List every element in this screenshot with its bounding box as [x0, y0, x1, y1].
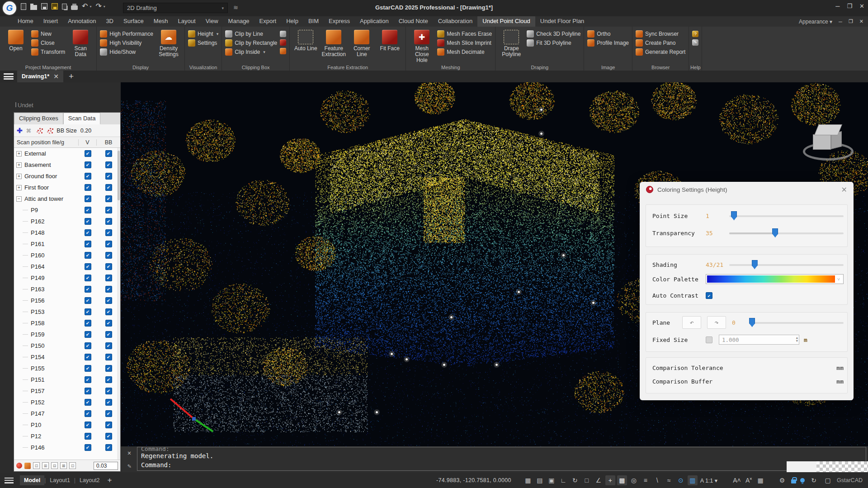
- bounding-box-checkbox[interactable]: ✔: [105, 229, 112, 236]
- snap-mode-icon[interactable]: ▣: [547, 475, 557, 485]
- bounding-box-checkbox[interactable]: ✔: [105, 150, 112, 157]
- tab-layout1[interactable]: Layout1: [46, 475, 74, 485]
- expand-icon[interactable]: +: [16, 174, 22, 179]
- visibility-checkbox[interactable]: ✔: [85, 252, 91, 259]
- bounding-box-checkbox[interactable]: ✔: [105, 195, 112, 202]
- scan-position-marker[interactable]: [390, 352, 394, 356]
- command-input-area[interactable]: Command: Regenerating model. Command:: [137, 447, 866, 471]
- tree-row-p9[interactable]: P9✔✔: [14, 204, 120, 216]
- pin-icon[interactable]: [16, 463, 22, 469]
- tree-row-p159[interactable]: P159✔✔: [14, 329, 120, 340]
- tree-row-p148[interactable]: P148✔✔: [14, 227, 120, 238]
- annotation-view-icon[interactable]: A˟: [744, 475, 754, 485]
- button-profile-image[interactable]: Profile Image: [587, 39, 629, 47]
- bounding-box-checkbox[interactable]: ✔: [105, 365, 112, 372]
- bounding-box-checkbox[interactable]: ✔: [105, 297, 112, 304]
- tree-row-p158[interactable]: P158✔✔: [14, 317, 120, 329]
- button-sync-browser[interactable]: Sync Browser: [636, 30, 685, 38]
- tree-row-p157[interactable]: P157✔✔: [14, 385, 120, 397]
- clean-screen-icon[interactable]: ▢: [823, 475, 833, 485]
- ribbon-close-icon[interactable]: ✕: [859, 19, 863, 24]
- help-icon[interactable]: ?: [692, 31, 698, 37]
- tree-row-p153[interactable]: P153✔✔: [14, 306, 120, 317]
- view-option-4-icon[interactable]: ⊠: [60, 462, 67, 469]
- button-mesh-slice-imprint[interactable]: Mesh Slice Imprint: [437, 39, 492, 47]
- plane-rotate-right-button[interactable]: ↷: [707, 316, 726, 329]
- tree-row-p156[interactable]: P156✔✔: [14, 295, 120, 306]
- visibility-checkbox[interactable]: ✔: [85, 320, 91, 327]
- new-tab-button[interactable]: +: [69, 71, 74, 81]
- command-close-icon[interactable]: ✕: [127, 449, 131, 456]
- button-density-settings[interactable]: ☁Density Settings: [156, 29, 181, 57]
- menu-insert[interactable]: Insert: [38, 16, 63, 27]
- bounding-box-checkbox[interactable]: ✔: [105, 161, 112, 168]
- column-visibility[interactable]: V: [79, 139, 97, 146]
- menu-view[interactable]: View: [201, 16, 223, 27]
- menu-express[interactable]: Express: [324, 16, 355, 27]
- bounding-box-checkbox[interactable]: ✔: [105, 388, 112, 394]
- menu-undet-point-cloud[interactable]: Undet Point Cloud: [477, 16, 535, 27]
- tree-row-p155[interactable]: P155✔✔: [14, 363, 120, 374]
- visibility-checkbox[interactable]: ✔: [85, 184, 91, 191]
- tab-model[interactable]: Model: [20, 475, 44, 485]
- visibility-checkbox[interactable]: ✔: [85, 150, 91, 157]
- button-feature-extraction[interactable]: Feature Extraction: [321, 29, 346, 57]
- button-high-performance[interactable]: High Performance: [100, 30, 153, 38]
- snap-grid-icon[interactable]: ▤: [535, 475, 545, 485]
- bounding-box-checkbox[interactable]: ✔: [105, 331, 112, 338]
- bounding-box-checkbox[interactable]: ✔: [105, 184, 112, 191]
- tree-row-p152[interactable]: P152✔✔: [14, 397, 120, 408]
- button-open[interactable]: Open: [3, 29, 28, 52]
- visibility-checkbox[interactable]: ✔: [85, 241, 91, 247]
- feedback-icon[interactable]: ✎: [692, 39, 698, 46]
- column-bb[interactable]: BB: [97, 139, 120, 146]
- zoom-tool-icon[interactable]: ⊙: [676, 475, 686, 485]
- tree-row-p151[interactable]: P151✔✔: [14, 374, 120, 385]
- appearance-menu[interactable]: Appearance ▾: [799, 19, 832, 25]
- button-clip-by-rectangle[interactable]: Clip by Rectangle: [225, 39, 277, 47]
- workspace-extra-icon[interactable]: ≋: [233, 4, 238, 11]
- expand-icon[interactable]: +: [16, 151, 22, 156]
- tree-row-p164[interactable]: P164✔✔: [14, 261, 120, 272]
- visibility-checkbox[interactable]: ✔: [85, 444, 91, 451]
- chevron-down-icon[interactable]: ▾: [217, 32, 219, 36]
- clip-keep-icon[interactable]: [280, 31, 286, 37]
- tree-row-first-floor[interactable]: +First floor✔✔: [14, 182, 120, 193]
- scan-position-marker[interactable]: [337, 410, 341, 414]
- dialog-close-icon[interactable]: ✕: [841, 185, 847, 194]
- button-fit-face[interactable]: Fit Face: [377, 29, 402, 52]
- column-scan-position[interactable]: Scan position file/g: [14, 139, 79, 146]
- tree-row-p149[interactable]: P149✔✔: [14, 272, 120, 284]
- menu-cloud-note[interactable]: Cloud Note: [394, 16, 433, 27]
- bounding-box-checkbox[interactable]: ✔: [105, 422, 112, 428]
- visibility-checkbox[interactable]: ✔: [85, 207, 91, 213]
- tab-clipping-boxes[interactable]: Clipping Boxes: [14, 113, 63, 124]
- tree-row-p161[interactable]: P161✔✔: [14, 238, 120, 250]
- center-snap-icon[interactable]: ◎: [629, 475, 639, 485]
- visibility-checkbox[interactable]: ✔: [85, 388, 91, 394]
- tab-layout2[interactable]: Layout2: [75, 475, 104, 485]
- bounding-box-checkbox[interactable]: ✔: [105, 354, 112, 360]
- tree-row-p147[interactable]: P147✔✔: [14, 408, 120, 419]
- view-cube[interactable]: [801, 121, 855, 164]
- menu-surface[interactable]: Surface: [118, 16, 149, 27]
- button-scan-data[interactable]: Scan Data: [68, 29, 93, 57]
- print-icon[interactable]: [71, 5, 78, 10]
- ribbon-restore-icon[interactable]: ❐: [849, 19, 853, 24]
- tree-row-p150[interactable]: P150✔✔: [14, 340, 120, 351]
- visibility-checkbox[interactable]: ✔: [85, 297, 91, 304]
- button-clip-inside[interactable]: Clip Inside▾: [225, 48, 277, 56]
- menu-collaboration[interactable]: Collaboration: [433, 16, 478, 27]
- fixed-size-checkbox[interactable]: [706, 336, 712, 343]
- visibility-checkbox[interactable]: ✔: [85, 161, 91, 168]
- tab-scan-data[interactable]: Scan Data: [63, 113, 101, 124]
- tree-row-attic-and-tower[interactable]: −Attic and tower✔✔: [14, 193, 120, 204]
- menu-mesh[interactable]: Mesh: [149, 16, 173, 27]
- bb-size-value[interactable]: 0.20: [80, 128, 91, 134]
- button-height[interactable]: Height▾: [188, 30, 218, 38]
- minimize-icon[interactable]: ─: [835, 3, 840, 9]
- tab-drawing1[interactable]: Drawing1* ✕: [17, 71, 63, 82]
- bounding-box-checkbox[interactable]: ✔: [105, 433, 112, 440]
- scan-position-marker[interactable]: [495, 363, 499, 367]
- table-icon[interactable]: ▦: [755, 475, 765, 485]
